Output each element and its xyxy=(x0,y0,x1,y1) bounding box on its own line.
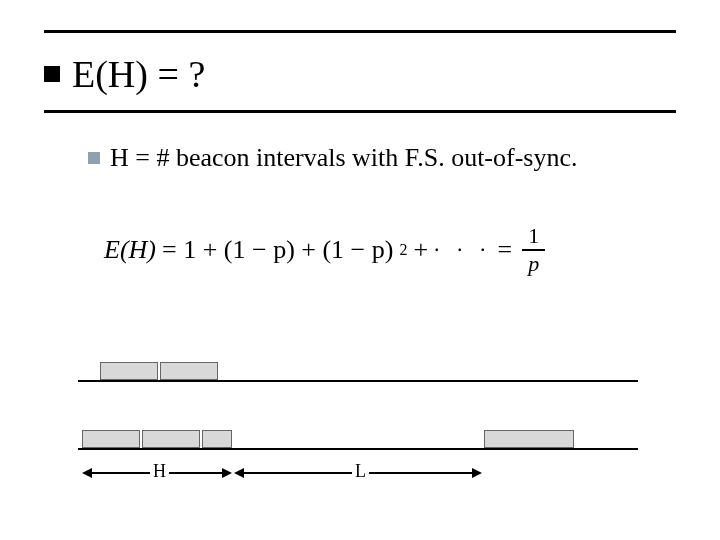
title-underline xyxy=(44,110,676,113)
formula-eq2: = xyxy=(498,235,513,265)
slide-title-row: E(H) = ? xyxy=(44,52,205,96)
interval-bar xyxy=(82,430,140,448)
formula-fraction: 1 p xyxy=(522,225,545,275)
square-bullet-icon xyxy=(88,152,100,164)
dimension-label-H: H xyxy=(150,461,169,482)
fraction-numerator: 1 xyxy=(522,225,545,251)
fraction-denominator: p xyxy=(522,251,545,275)
timeline-bottom xyxy=(78,448,638,450)
slide-title: E(H) = ? xyxy=(72,52,205,96)
interval-bar xyxy=(100,362,158,380)
formula-exponent: 2 xyxy=(399,241,407,259)
timeline-top xyxy=(78,380,638,382)
interval-bar xyxy=(160,362,218,380)
bullet-text: H = # beacon intervals with F.S. out-of-… xyxy=(110,143,578,173)
formula-plus: + xyxy=(413,235,428,265)
top-rule xyxy=(44,30,676,33)
dimension-line xyxy=(244,472,358,474)
arrow-left-icon xyxy=(82,468,92,478)
arrow-right-icon xyxy=(222,468,232,478)
title-bullet-icon xyxy=(44,66,60,82)
formula: E(H) = 1 + (1 − p) + (1 − p)2 + · · · = … xyxy=(104,225,545,275)
arrow-right-icon xyxy=(472,468,482,478)
interval-bar xyxy=(202,430,232,448)
dimension-H: H xyxy=(82,463,232,483)
formula-dots: · · · xyxy=(434,237,492,263)
dimension-line xyxy=(358,472,472,474)
interval-bar xyxy=(484,430,574,448)
dimension-label-L: L xyxy=(352,461,369,482)
bullet-row: H = # beacon intervals with F.S. out-of-… xyxy=(88,143,578,173)
formula-eq1: = 1 + (1 − p) + (1 − p) xyxy=(162,235,393,265)
dimension-L: L xyxy=(234,463,482,483)
formula-lhs: E(H) xyxy=(104,235,156,265)
arrow-left-icon xyxy=(234,468,244,478)
interval-bar xyxy=(142,430,200,448)
dimension-line xyxy=(92,472,157,474)
